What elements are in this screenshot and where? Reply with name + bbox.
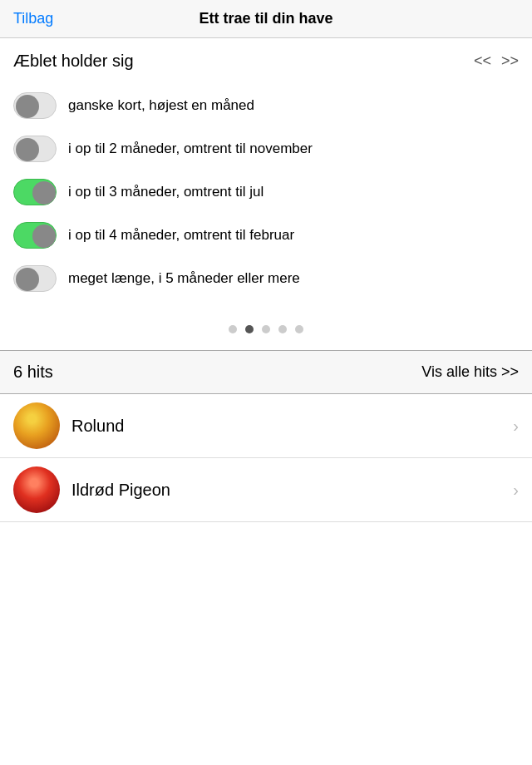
results-list: Rolund›Ildrød Pigeon›	[0, 394, 532, 522]
prev-arrow[interactable]: <<	[474, 52, 491, 70]
page-dots	[0, 300, 532, 350]
toggle-label-1: ganske kort, højest en måned	[68, 97, 254, 114]
toggle-switch-1[interactable]	[13, 92, 57, 119]
toggle-label-5: meget længe, i 5 måneder eller mere	[68, 270, 300, 287]
toggle-knob-3	[32, 181, 56, 205]
toggle-switch-5[interactable]	[13, 265, 57, 292]
page-dot-5[interactable]	[295, 325, 303, 333]
back-button[interactable]: Tilbag	[13, 10, 53, 27]
toggle-knob-5	[16, 268, 39, 291]
result-chevron-2: ›	[513, 481, 519, 500]
hits-count: 6 hits	[13, 363, 53, 382]
result-row-2[interactable]: Ildrød Pigeon›	[0, 458, 532, 522]
result-name-1: Rolund	[71, 417, 501, 436]
toggle-switch-3[interactable]	[13, 179, 57, 205]
next-arrow[interactable]: >>	[501, 52, 519, 70]
result-row-1[interactable]: Rolund›	[0, 394, 532, 458]
section-header: Æblet holder sig << >>	[13, 52, 519, 71]
page-title: Ett trae til din have	[199, 10, 332, 27]
section-title: Æblet holder sig	[13, 52, 134, 71]
toggle-row-3: i op til 3 måneder, omtrent til jul	[13, 170, 519, 214]
result-image-2	[13, 466, 60, 513]
toggle-row-2: i op til 2 måneder, omtrent til november	[13, 127, 519, 170]
result-chevron-1: ›	[513, 417, 519, 436]
main-content: Æblet holder sig << >> ganske kort, høje…	[0, 38, 532, 300]
toggle-row-1: ganske kort, højest en måned	[13, 84, 519, 127]
toggle-row-4: i op til 4 måneder, omtrent til februar	[13, 214, 519, 257]
toggle-knob-4	[32, 225, 56, 248]
page-dot-2[interactable]	[245, 325, 254, 333]
result-image-1	[13, 402, 60, 449]
toggle-list: ganske kort, højest en månedi op til 2 m…	[13, 84, 519, 300]
toggle-row-5: meget længe, i 5 måneder eller mere	[13, 257, 519, 300]
nav-bar: Tilbag Ett trae til din have	[0, 0, 532, 38]
toggle-label-2: i op til 2 måneder, omtrent til november	[68, 141, 313, 157]
hits-bar: 6 hits Vis alle hits >>	[0, 350, 532, 394]
toggle-knob-2	[16, 138, 39, 161]
page-dot-4[interactable]	[278, 325, 287, 333]
toggle-label-3: i op til 3 måneder, omtrent til jul	[68, 184, 264, 200]
result-name-2: Ildrød Pigeon	[71, 481, 501, 500]
toggle-switch-2[interactable]	[13, 136, 57, 162]
page-dot-1[interactable]	[229, 325, 237, 333]
toggle-switch-4[interactable]	[13, 222, 57, 249]
toggle-knob-1	[16, 95, 39, 118]
toggle-label-4: i op til 4 måneder, omtrent til februar	[68, 227, 294, 244]
page-dot-3[interactable]	[262, 325, 270, 333]
hits-link[interactable]: Vis alle hits >>	[421, 363, 519, 381]
nav-arrows: << >>	[474, 52, 519, 70]
